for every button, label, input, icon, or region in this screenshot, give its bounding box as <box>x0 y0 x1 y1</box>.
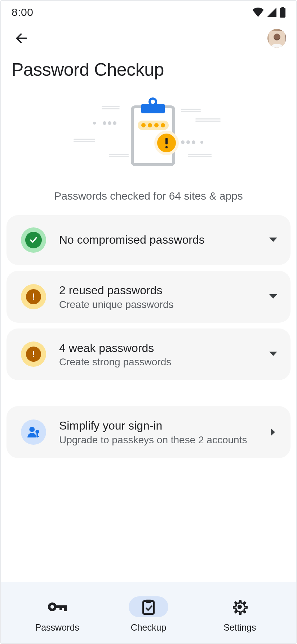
svg-rect-36 <box>165 146 168 148</box>
card-title: 2 reused passwords <box>59 283 268 298</box>
svg-rect-35 <box>165 138 168 144</box>
summary-text: Passwords checked for 64 sites & apps <box>1 179 296 215</box>
nav-label: Checkup <box>131 622 167 633</box>
card-title: 4 weak passwords <box>59 341 268 356</box>
weak-passwords-card[interactable]: ! 4 weak passwords Create strong passwor… <box>6 328 291 380</box>
svg-rect-14 <box>109 156 129 157</box>
card-title: No compromised passwords <box>59 232 268 248</box>
svg-rect-11 <box>74 139 95 140</box>
svg-rect-20 <box>181 111 201 112</box>
card-title: Simplify your sign-in <box>59 418 268 434</box>
svg-point-37 <box>29 427 35 432</box>
svg-point-8 <box>113 121 116 125</box>
svg-rect-12 <box>74 141 95 142</box>
check-icon <box>21 227 46 253</box>
key-icon <box>47 601 67 613</box>
card-subtitle: Create strong passwords <box>59 356 268 368</box>
svg-point-7 <box>108 121 111 125</box>
svg-rect-24 <box>188 156 212 157</box>
reused-passwords-card[interactable]: ! 2 reused passwords Create unique passw… <box>6 271 291 323</box>
svg-point-16 <box>186 140 190 144</box>
status-bar: 8:00 <box>1 1 296 22</box>
svg-rect-22 <box>195 121 221 122</box>
svg-point-15 <box>181 140 185 144</box>
back-button[interactable] <box>13 30 30 47</box>
svg-rect-1 <box>282 7 284 8</box>
cellular-icon <box>267 8 277 17</box>
svg-rect-40 <box>36 436 39 437</box>
svg-point-48 <box>238 605 242 609</box>
chevron-down-icon <box>268 235 278 245</box>
gear-icon <box>232 599 248 615</box>
nav-passwords[interactable]: Passwords <box>21 596 93 633</box>
passkey-icon <box>21 419 46 445</box>
svg-point-30 <box>148 123 152 127</box>
nav-settings[interactable]: Settings <box>204 596 276 633</box>
svg-point-18 <box>200 141 203 144</box>
card-subtitle: Upgrade to passkeys on these 2 accounts <box>59 434 268 446</box>
chevron-down-icon <box>268 292 278 302</box>
svg-rect-9 <box>102 106 120 107</box>
passkeys-card[interactable]: Simplify your sign-in Upgrade to passkey… <box>6 406 291 458</box>
header <box>1 22 296 48</box>
svg-point-32 <box>161 123 165 127</box>
chevron-right-icon <box>268 427 278 437</box>
svg-rect-0 <box>280 8 285 18</box>
svg-rect-13 <box>109 154 129 155</box>
compromised-passwords-card[interactable]: No compromised passwords <box>6 215 291 265</box>
svg-point-17 <box>192 140 195 144</box>
chevron-down-icon <box>268 349 278 359</box>
page-title: Password Checkup <box>1 48 296 80</box>
status-time: 8:00 <box>12 6 33 18</box>
svg-point-4 <box>274 34 280 39</box>
wifi-icon <box>252 8 264 17</box>
svg-point-6 <box>103 121 106 125</box>
nav-label: Passwords <box>35 622 79 633</box>
avatar-image <box>269 31 285 48</box>
results-list: No compromised passwords ! 2 reused pass… <box>1 215 296 458</box>
status-icons <box>252 7 285 18</box>
checkup-illustration <box>1 80 296 179</box>
svg-point-27 <box>150 99 156 105</box>
card-subtitle: Create unique passwords <box>59 299 268 310</box>
svg-rect-21 <box>195 118 221 119</box>
svg-rect-45 <box>59 605 62 610</box>
svg-rect-23 <box>188 154 212 155</box>
battery-icon <box>280 7 285 18</box>
svg-point-29 <box>141 123 146 127</box>
svg-rect-47 <box>146 600 151 603</box>
svg-rect-10 <box>102 108 120 109</box>
nav-label: Settings <box>223 622 256 633</box>
warning-icon: ! <box>21 284 46 309</box>
account-avatar[interactable] <box>267 29 286 48</box>
arrow-back-icon <box>14 31 29 45</box>
clipboard-check-icon <box>141 599 156 615</box>
svg-rect-44 <box>64 605 67 611</box>
svg-point-31 <box>154 123 159 127</box>
svg-rect-19 <box>181 109 201 110</box>
svg-point-42 <box>50 605 54 609</box>
bottom-nav: Passwords Checkup Settings <box>1 582 296 643</box>
svg-rect-46 <box>143 601 154 614</box>
warning-icon: ! <box>21 341 46 367</box>
svg-point-5 <box>93 122 96 125</box>
nav-checkup[interactable]: Checkup <box>112 596 185 633</box>
